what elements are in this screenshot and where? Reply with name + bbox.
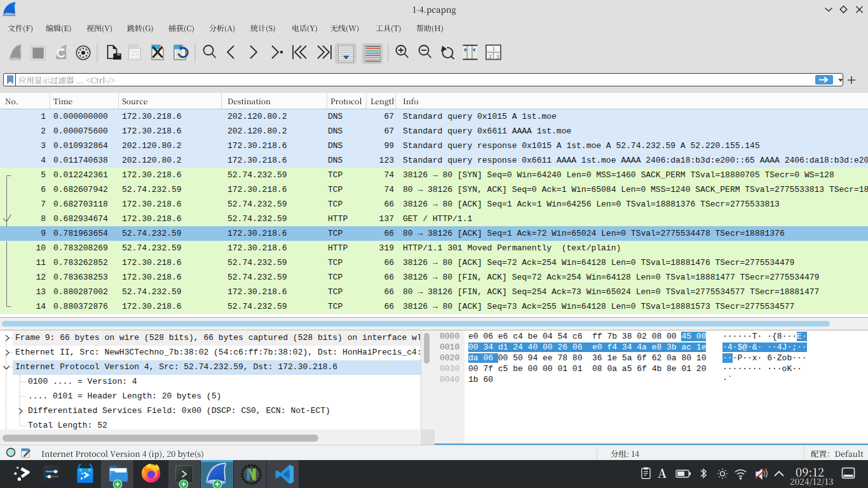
svg-text:0111: 0111 [131,57,139,60]
svg-text:2: 2 [489,53,492,60]
svg-text:3: 3 [496,53,499,60]
svg-text:1: 1 [492,46,496,52]
